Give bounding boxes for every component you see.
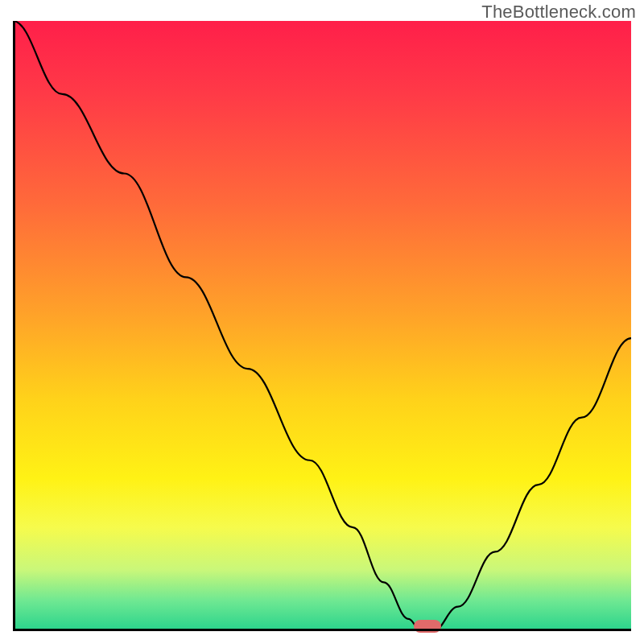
chart-container: TheBottleneck.com [0, 0, 644, 644]
curve-path [13, 21, 631, 631]
bottleneck-curve [13, 21, 631, 631]
minimum-marker [414, 620, 441, 633]
plot-area [13, 21, 631, 631]
watermark-text: TheBottleneck.com [481, 2, 636, 23]
